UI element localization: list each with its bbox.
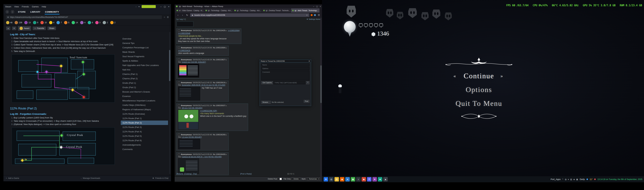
- post-number[interactable]: No.106536400: [213, 153, 227, 155]
- toc-item[interactable]: Nail Upgrades and Pale Ore Locations: [121, 63, 168, 68]
- browser-tab[interactable]: /g/ - Desktop Thread - Technolo…: [262, 8, 290, 13]
- steam-nav-tab[interactable]: COMMUNITY: [45, 9, 60, 14]
- post-number[interactable]: No.106535616: [213, 82, 227, 84]
- maximize-button[interactable]: ▢: [164, 5, 166, 8]
- tray-icon[interactable]: ◍: [565, 178, 566, 181]
- toc-item[interactable]: Regions of Hallownest (Maps): [121, 107, 168, 112]
- post-checkbox[interactable]: [178, 82, 180, 84]
- taskbar-app-icon[interactable]: ▲: [383, 177, 388, 182]
- bell-icon[interactable]: ●: [138, 5, 140, 8]
- taskbar-clock[interactable]: 13:14:16 on Tuesday, the 9th of Septembe…: [597, 178, 642, 181]
- file-name[interactable]: L11.png (32 KB, 802x487): [182, 136, 202, 138]
- share-button[interactable]: Share: [48, 26, 56, 30]
- reply-name-input[interactable]: [262, 63, 309, 66]
- toc-item[interactable]: Spells & Abilities: [121, 59, 168, 63]
- steam-nav-tab[interactable]: STORE: [18, 9, 26, 14]
- url-bar[interactable]: https://steamcommunity.com/sharedfiles/f…: [6, 15, 162, 19]
- extension-icon[interactable]: [311, 14, 313, 16]
- award-reaction[interactable]: 2: [110, 21, 116, 24]
- language-indicator[interactable]: Da/Ip: [580, 178, 585, 181]
- toc-item[interactable]: Charms (Part 2): [121, 76, 168, 81]
- steam-nav-tab[interactable]: LIBRARY: [30, 9, 41, 14]
- top-link[interactable]: [Top]: [193, 173, 197, 175]
- steam-menu-item[interactable]: Friends: [22, 5, 29, 8]
- shield-icon[interactable]: ◈: [192, 14, 193, 16]
- award-reaction[interactable]: 10: [40, 21, 47, 24]
- pause-menu-item[interactable]: Continue: [464, 72, 494, 80]
- tray-icon[interactable]: ◈: [573, 178, 575, 181]
- quote-link[interactable]: >>106532296 (OP): [200, 109, 246, 112]
- toc-item[interactable]: Useful Skips (Glitchless): [121, 103, 168, 107]
- toc-item[interactable]: 112% Route (Overview): [121, 112, 168, 116]
- quote-link[interactable]: >>106533546: [178, 32, 227, 35]
- steam-menu-item[interactable]: Games: [32, 5, 39, 8]
- close-icon[interactable]: ✕: [308, 60, 310, 62]
- pause-menu-item[interactable]: Options: [466, 86, 492, 94]
- taskbar-app-icon[interactable]: ★: [372, 177, 377, 182]
- taskbar-app-icon[interactable]: ◎: [329, 177, 334, 182]
- guide-map-soul-sanctum[interactable]: Soul Sanctum: [12, 54, 115, 102]
- toc-item[interactable]: 112% Route (Part 5): [121, 134, 168, 138]
- post-number[interactable]: No.106533425: [213, 29, 227, 31]
- taskbar-app-icon[interactable]: ▣: [351, 177, 355, 182]
- post-partial-thumbnail[interactable]: [176, 21, 193, 27]
- award-reaction[interactable]: 9: [88, 21, 93, 24]
- file-name[interactable]: Screenshot_2025-09-09_19-31-41.png (11 K…: [182, 84, 226, 86]
- post-checkbox[interactable]: [178, 59, 180, 61]
- toc-item[interactable]: 112% Route (Part 2): [121, 120, 168, 125]
- post-number[interactable]: No.106533584: [213, 47, 227, 49]
- award-reaction[interactable]: 13: [24, 21, 30, 24]
- award-button[interactable]: Award: [18, 26, 31, 31]
- taskbar-app-icon[interactable]: ☰: [367, 177, 372, 182]
- post-thumbnail[interactable]: [178, 158, 199, 174]
- post-button[interactable]: Post: [304, 100, 309, 103]
- toc-item[interactable]: Grubs (Part 1): [121, 81, 168, 85]
- catalog-link[interactable]: [Catalog]: [184, 173, 192, 175]
- reply-options-input[interactable]: [262, 67, 309, 70]
- steam-menu-item[interactable]: Steam: [5, 5, 11, 8]
- quote-link[interactable]: >>106533425: [178, 49, 204, 52]
- download-icon[interactable]: ↓: [136, 5, 136, 8]
- toc-item[interactable]: Nail Arts: [121, 68, 168, 72]
- file-only-checkbox[interactable]: [280, 178, 282, 180]
- tray-expand-caret[interactable]: ^: [562, 178, 563, 181]
- award-reaction[interactable]: 139: [14, 21, 22, 24]
- post-checkbox[interactable]: [178, 105, 180, 106]
- tray-icon[interactable]: ▤: [570, 178, 572, 181]
- toc-item[interactable]: Charms (Part 1): [121, 72, 168, 76]
- award-reaction[interactable]: 48: [6, 21, 12, 24]
- star-icon[interactable]: ☆: [164, 16, 165, 18]
- captcha-help-button[interactable]: ?: [306, 81, 309, 84]
- rate-up-button[interactable]: ▲: [6, 26, 10, 30]
- tray-icon[interactable]: ▣: [576, 178, 578, 181]
- toc-item[interactable]: Overview: [121, 36, 168, 41]
- delete-button[interactable]: Delete: [292, 178, 300, 180]
- browser-tab[interactable]: /g/ - fetch Thread - Technology…: [291, 8, 320, 13]
- steam-menu-item[interactable]: View: [14, 5, 19, 8]
- browse-button[interactable]: Browse…: [262, 101, 271, 104]
- post-checkbox[interactable]: [178, 47, 180, 49]
- taskbar-app-icon[interactable]: ⊞: [324, 177, 328, 182]
- toc-item[interactable]: Miscellaneous Important Locations: [121, 98, 168, 103]
- friends-chat-button[interactable]: ❖ Friends & Chat: [152, 177, 168, 179]
- settings-home-links[interactable]: ▼ Settings Home: [306, 18, 320, 20]
- guide-part-title[interactable]: 112% Route (Part 2): [10, 107, 118, 110]
- captcha-input[interactable]: [274, 81, 306, 84]
- back-button[interactable]: ‹: [176, 14, 180, 16]
- toc-item[interactable]: Soul Vessel Fragments: [121, 54, 168, 59]
- toc-item[interactable]: 112% Route (Part 1): [121, 116, 168, 120]
- menu-icon[interactable]: ☰: [167, 16, 169, 18]
- guide-map-crystal-peak[interactable]: Crystal Peak Crystal Peak 2x: [12, 127, 115, 165]
- return-link[interactable]: [Return]: [176, 173, 183, 175]
- award-reaction[interactable]: 4: [80, 21, 86, 24]
- taskbar-app-icon[interactable]: ♪: [356, 177, 360, 182]
- post-backlink[interactable]: >>106533584: [228, 29, 240, 31]
- toc-item[interactable]: 112% Route (Part 4): [121, 129, 168, 134]
- file-name[interactable]: df3.png (122 KB, 900x900): [182, 107, 202, 109]
- pause-menu-item[interactable]: Quit To Menu: [456, 99, 502, 108]
- award-reaction[interactable]: 3: [95, 21, 100, 24]
- taskbar-app-icon[interactable]: ◉: [340, 177, 344, 182]
- taskbar-app-icon[interactable]: ●: [345, 177, 350, 182]
- award-reaction[interactable]: 14: [72, 21, 78, 24]
- favorite-button[interactable]: ☆Favorite: [33, 26, 46, 30]
